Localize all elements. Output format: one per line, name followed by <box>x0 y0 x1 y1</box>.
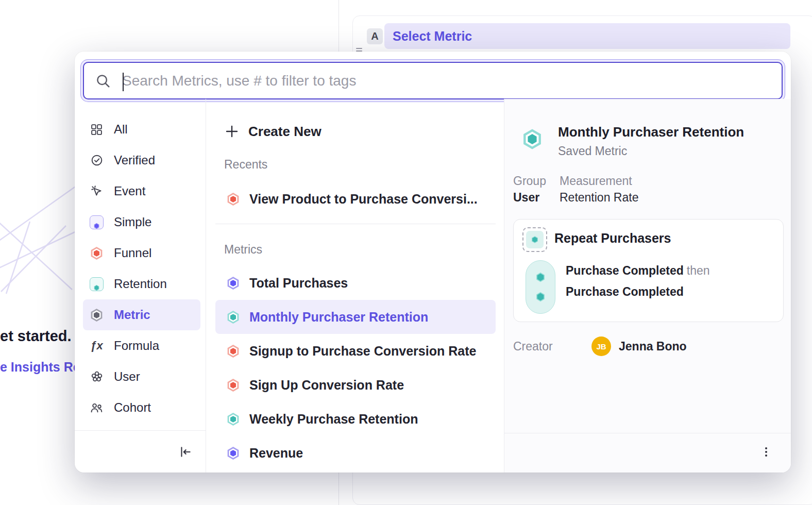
metric-picker-modal: All Verified <box>75 52 791 473</box>
recents-section-header: Recents <box>215 157 496 172</box>
creator-avatar: JB <box>591 336 611 356</box>
list-item[interactable]: Sign Up Conversion Rate <box>215 368 496 402</box>
simple-metric-icon <box>226 276 240 290</box>
list-item-selected[interactable]: Monthly Purchaser Retention <box>215 300 496 334</box>
sidebar-item-metric[interactable]: Metric <box>83 299 200 330</box>
search-icon <box>95 73 111 89</box>
retention-metric-icon <box>226 412 240 426</box>
sidebar-item-verified[interactable]: Verified <box>83 145 200 176</box>
simple-metric-icon <box>226 446 240 460</box>
sidebar-item-label: All <box>114 122 128 137</box>
list-item[interactable]: View Product to Purchase Conversi... <box>215 182 496 215</box>
retention-metric-icon <box>521 128 543 150</box>
list-item[interactable]: Weekly Purchase Retention <box>215 402 496 436</box>
metric-step-icon <box>522 227 547 252</box>
search-input[interactable] <box>121 73 782 89</box>
definition-title: Repeat Purchasers <box>554 231 671 246</box>
category-sidebar: All Verified <box>75 99 206 473</box>
retention-metric-icon <box>90 277 104 291</box>
sidebar-item-event[interactable]: Event <box>83 176 200 207</box>
sidebar-item-all[interactable]: All <box>83 114 200 145</box>
metric-hexagon-icon <box>90 308 104 322</box>
simple-metric-icon <box>90 215 104 229</box>
sidebar-item-label: Verified <box>114 153 155 167</box>
formula-icon: ƒx <box>90 339 104 353</box>
preview-title: Monthly Purchaser Retention <box>558 124 744 140</box>
section-divider <box>215 224 496 224</box>
modal-body: All Verified <box>75 99 791 473</box>
sidebar-item-user[interactable]: User <box>83 361 200 392</box>
funnel-metric-icon <box>90 246 104 260</box>
list-item-label: Weekly Purchase Retention <box>249 412 418 427</box>
user-flower-icon <box>90 370 104 384</box>
retention-steps-pill <box>526 260 555 314</box>
sidebar-item-label: Event <box>114 184 145 198</box>
sidebar-footer-divider <box>75 430 206 431</box>
creator-name: Jenna Bono <box>619 340 687 354</box>
list-item-label: Monthly Purchaser Retention <box>249 310 428 325</box>
list-item[interactable]: Signup to Purchase Conversion Rate <box>215 334 496 368</box>
plus-icon <box>224 124 240 139</box>
sidebar-item-label: Funnel <box>114 246 151 260</box>
sidebar-item-retention[interactable]: Retention <box>83 268 200 299</box>
background-chart-decoration <box>0 170 84 299</box>
sidebar-item-label: Simple <box>114 215 151 229</box>
list-item-label: Sign Up Conversion Rate <box>249 378 404 393</box>
metric-definition-card: Repeat Purchasers Purchase Completedthen… <box>513 219 784 322</box>
more-options-icon[interactable] <box>759 445 773 459</box>
sidebar-item-simple[interactable]: Simple <box>83 207 200 238</box>
sidebar-item-formula[interactable]: ƒx Formula <box>83 330 200 361</box>
sidebar-item-label: Cohort <box>114 400 151 415</box>
list-item-label: View Product to Purchase Conversi... <box>249 192 478 207</box>
sidebar-item-label: User <box>114 369 140 384</box>
funnel-metric-icon <box>226 192 240 206</box>
funnel-metric-icon <box>226 344 240 358</box>
background-text-clipped: et started. <box>0 328 76 345</box>
funnel-metric-icon <box>226 378 240 392</box>
list-item[interactable]: Total Purchases <box>215 266 496 300</box>
preview-footer-divider <box>504 433 791 433</box>
event-hexagon-icon <box>534 291 547 303</box>
list-item[interactable]: Revenue <box>215 436 496 470</box>
list-item-label: Total Purchases <box>249 276 348 291</box>
create-new-button[interactable]: Create New <box>215 117 496 145</box>
measurement-label: Measurement <box>560 174 632 188</box>
create-new-label: Create New <box>248 124 322 140</box>
collapse-sidebar-icon[interactable] <box>178 445 193 459</box>
definition-step-1: Purchase Completedthen <box>566 264 710 278</box>
step-connector: then <box>687 264 710 277</box>
group-value: User <box>513 191 539 205</box>
step-letter-badge: A <box>367 28 383 44</box>
measurement-value: Retention Rate <box>560 191 638 205</box>
metric-list-column: Create New Recents View Product to Purch… <box>207 99 504 473</box>
sidebar-item-label: Formula <box>114 339 159 353</box>
sidebar-item-cohort[interactable]: Cohort <box>83 392 200 423</box>
retention-metric-icon <box>226 310 240 324</box>
metric-preview-panel: Monthly Purchaser Retention Saved Metric… <box>504 99 791 473</box>
creator-label: Creator <box>513 340 553 354</box>
select-metric-button[interactable]: Select Metric <box>384 23 790 49</box>
event-cursor-icon <box>90 184 104 198</box>
sidebar-item-label: Retention <box>114 277 167 291</box>
retention-metric-icon <box>530 235 539 244</box>
list-item-label: Signup to Purchase Conversion Rate <box>249 344 476 359</box>
sidebar-item-label: Metric <box>114 308 150 322</box>
metrics-section-header: Metrics <box>215 242 496 257</box>
insights-report-link[interactable]: e Insights Re <box>0 360 76 375</box>
list-item-label: Revenue <box>249 446 303 461</box>
grid-icon <box>90 123 104 137</box>
preview-subtitle: Saved Metric <box>558 144 627 158</box>
sidebar-item-funnel[interactable]: Funnel <box>83 238 200 268</box>
select-metric-label: Select Metric <box>393 29 472 44</box>
cohort-people-icon <box>90 401 104 415</box>
event-hexagon-icon <box>534 271 547 283</box>
definition-step-2: Purchase Completed <box>566 285 684 299</box>
screen: et started. e Insights Re A Select Metri… <box>0 0 812 505</box>
group-label: Group <box>513 174 546 188</box>
text-caret <box>123 73 124 91</box>
search-box[interactable] <box>83 62 783 99</box>
verified-badge-icon <box>90 154 104 167</box>
